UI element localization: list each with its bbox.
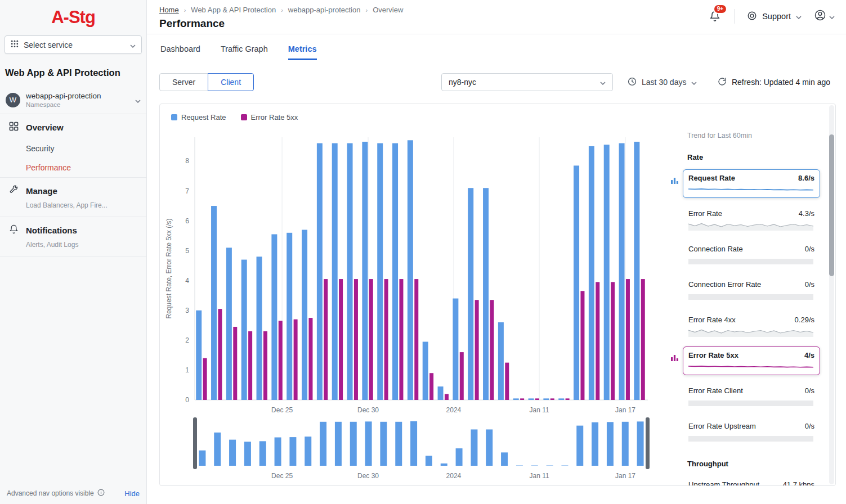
sidebar-item-manage[interactable]: Manage [0, 178, 146, 202]
performance-bar-chart[interactable]: 012345678Request Rate, Error Rate 5xx (/… [160, 125, 655, 413]
bar-request-rate[interactable] [513, 398, 519, 400]
client-button[interactable]: Client [208, 73, 254, 91]
sidebar-item-security[interactable]: Security [0, 139, 146, 158]
bar-error-rate-5xx[interactable] [611, 282, 615, 400]
trend-item-request-rate[interactable]: Request Rate8.6/s [683, 169, 820, 198]
trend-item-error-rate[interactable]: Error Rate4.3/s [683, 205, 820, 233]
breadcrumb-item[interactable]: webapp-api-protection [288, 6, 361, 14]
bar-request-rate[interactable] [619, 143, 625, 400]
bar-request-rate[interactable] [271, 234, 277, 400]
scrollbar-thumb[interactable] [829, 134, 834, 276]
bar-error-rate-5xx[interactable] [233, 327, 237, 400]
bar-request-rate[interactable] [332, 143, 338, 400]
sidebar-item-notifications[interactable]: Notifications [0, 217, 146, 242]
trend-item-connection-rate[interactable]: Connection Rate0/s [683, 240, 820, 269]
bar-request-rate[interactable] [347, 143, 353, 400]
bar-request-rate[interactable] [558, 398, 564, 400]
bar-request-rate[interactable] [423, 342, 428, 400]
bar-error-rate-5xx[interactable] [384, 279, 388, 400]
bar-error-rate-5xx[interactable] [429, 373, 433, 400]
bar-error-rate-5xx[interactable] [596, 282, 599, 400]
legend-item-request-rate[interactable]: Request Rate [171, 113, 226, 122]
bar-error-rate-5xx[interactable] [490, 300, 494, 400]
bar-error-rate-5xx[interactable] [475, 300, 479, 400]
trend-item-connection-error-rate[interactable]: Connection Error Rate0/s [683, 276, 820, 304]
bar-error-rate-5xx[interactable] [248, 331, 252, 400]
bar-request-rate[interactable] [543, 398, 549, 400]
brand-logo[interactable]: A-Stg [0, 0, 146, 32]
bar-error-rate-5xx[interactable] [445, 394, 449, 400]
bar-error-rate-5xx[interactable] [550, 398, 554, 400]
bar-request-rate[interactable] [408, 140, 413, 400]
bar-error-rate-5xx[interactable] [354, 279, 358, 400]
hide-link[interactable]: Hide [124, 489, 140, 498]
tab-metrics[interactable]: Metrics [288, 44, 317, 60]
bar-request-rate[interactable] [317, 143, 323, 400]
bar-error-rate-5xx[interactable] [414, 279, 418, 400]
namespace-selector[interactable]: W webapp-api-protection Namespace [0, 86, 146, 114]
bar-error-rate-5xx[interactable] [580, 291, 584, 400]
bar-request-rate[interactable] [634, 142, 639, 400]
trend-item-error-rate-client[interactable]: Error Rate Client0/s [683, 382, 820, 411]
bar-error-rate-5xx[interactable] [203, 358, 207, 400]
bar-request-rate[interactable] [453, 299, 458, 400]
info-icon[interactable] [97, 489, 105, 498]
select-service-dropdown[interactable]: Select service [5, 35, 142, 54]
bar-request-rate[interactable] [529, 398, 534, 400]
bar-request-rate[interactable] [392, 143, 398, 400]
breadcrumb-home[interactable]: Home [159, 6, 179, 14]
bar-request-rate[interactable] [574, 165, 579, 400]
tab-dashboard[interactable]: Dashboard [160, 44, 200, 60]
bar-request-rate[interactable] [604, 145, 610, 400]
bar-request-rate[interactable] [241, 260, 247, 400]
brush-handle-left[interactable] [193, 417, 197, 469]
bar-request-rate[interactable] [226, 248, 232, 400]
notifications-bell-button[interactable]: 9+ [709, 8, 725, 24]
bar-request-rate[interactable] [589, 146, 594, 400]
bar-request-rate[interactable] [377, 143, 383, 400]
refresh-button[interactable]: Refresh: Updated 4 min ago [718, 77, 830, 88]
site-select-dropdown[interactable]: ny8-nyc [441, 73, 613, 91]
bar-request-rate[interactable] [257, 256, 262, 400]
bar-error-rate-5xx[interactable] [308, 318, 312, 400]
bar-request-rate[interactable] [468, 188, 473, 400]
bar-request-rate[interactable] [483, 188, 489, 400]
bar-error-rate-5xx[interactable] [294, 320, 298, 400]
time-range-dropdown[interactable]: Last 30 days [628, 77, 697, 88]
bar-error-rate-5xx[interactable] [566, 398, 570, 400]
legend-item-error-rate-5xx[interactable]: Error Rate 5xx [241, 113, 298, 122]
bar-error-rate-5xx[interactable] [369, 279, 373, 400]
bar-error-rate-5xx[interactable] [218, 309, 222, 400]
server-button[interactable]: Server [159, 73, 208, 91]
bar-error-rate-5xx[interactable] [339, 279, 343, 400]
bar-error-rate-5xx[interactable] [324, 279, 328, 400]
bar-error-rate-5xx[interactable] [641, 279, 645, 400]
bar-error-rate-5xx[interactable] [399, 279, 403, 400]
trend-item-error-rate-4xx[interactable]: Error Rate 4xx0.29/s [683, 311, 820, 340]
tab-traffic-graph[interactable]: Traffic Graph [221, 44, 268, 60]
bar-request-rate[interactable] [438, 386, 444, 400]
sidebar-item-performance[interactable]: Performance [0, 158, 146, 177]
bar-error-rate-5xx[interactable] [520, 398, 524, 400]
support-menu[interactable]: Support [744, 11, 805, 22]
bar-error-rate-5xx[interactable] [626, 279, 630, 400]
breadcrumb-item[interactable]: Web App & API Protection [191, 6, 276, 14]
bar-request-rate[interactable] [362, 142, 368, 400]
bar-error-rate-5xx[interactable] [263, 331, 267, 400]
sidebar-item-overview[interactable]: Overview [0, 114, 146, 139]
trend-item-upstream-throughput[interactable]: Upstream Throughput41.7 kbps [683, 476, 820, 486]
bar-error-rate-5xx[interactable] [535, 398, 539, 400]
chart-range-brush[interactable]: Dec 25Dec 302024Jan 11Jan 17 [160, 416, 655, 483]
bar-request-rate[interactable] [498, 322, 504, 400]
account-menu[interactable] [814, 9, 835, 24]
bar-request-rate[interactable] [287, 233, 292, 400]
bar-request-rate[interactable] [211, 206, 217, 400]
brush-handle-right[interactable] [646, 417, 650, 469]
bar-error-rate-5xx[interactable] [279, 321, 283, 400]
trend-item-error-rate-upstream[interactable]: Error Rate Upstream0/s [683, 417, 820, 446]
bar-request-rate[interactable] [302, 230, 307, 400]
bar-error-rate-5xx[interactable] [460, 352, 464, 400]
bar-request-rate[interactable] [196, 310, 202, 400]
trend-item-error-rate-5xx[interactable]: Error Rate 5xx4/s [683, 346, 820, 375]
bar-error-rate-5xx[interactable] [505, 363, 509, 400]
